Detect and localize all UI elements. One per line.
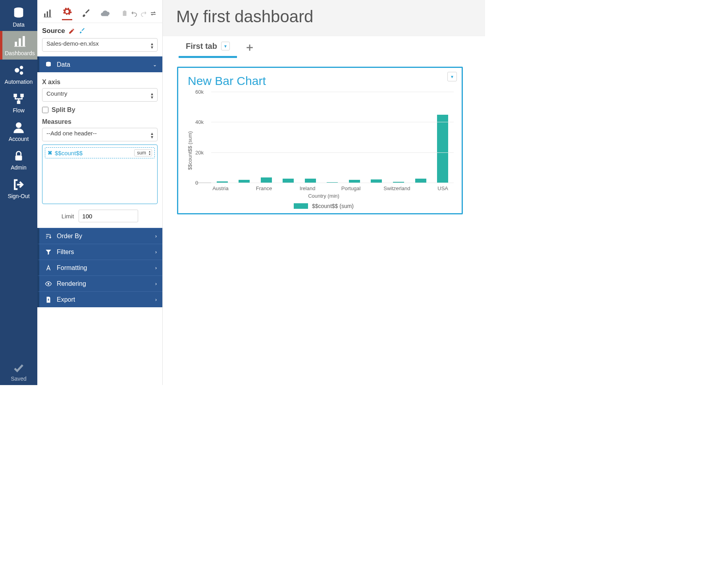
- toolbar-brush-icon[interactable]: [81, 8, 91, 19]
- nav-automation-label: Automation: [5, 79, 33, 85]
- legend-swatch: [294, 203, 308, 209]
- section-rendering[interactable]: Rendering ›: [37, 276, 162, 291]
- database-icon: [45, 61, 52, 68]
- x-tick: [410, 183, 432, 191]
- chart-widget[interactable]: ▼ New Bar Chart $$count$$ (sum) 020k40k6…: [177, 67, 463, 214]
- remove-measure-icon[interactable]: ✖: [48, 150, 52, 156]
- edit-icon[interactable]: [68, 27, 75, 35]
- svg-rect-3: [23, 36, 25, 46]
- measure-agg-select[interactable]: sum: [134, 149, 152, 156]
- svg-rect-8: [13, 94, 17, 97]
- nav-flow-label: Flow: [13, 107, 25, 114]
- y-tick: 40k: [195, 119, 204, 125]
- sort-icon: [45, 233, 52, 240]
- x-tick: Ireland: [297, 183, 318, 191]
- x-tick: [275, 183, 297, 191]
- splitby-checkbox[interactable]: [42, 107, 48, 113]
- dashboard-title[interactable]: My first dashboard: [176, 7, 485, 26]
- x-tick: Austria: [210, 183, 231, 191]
- widget-menu-button[interactable]: ▼: [447, 72, 457, 81]
- toolbar-undo-icon[interactable]: [131, 10, 138, 17]
- measure-pill[interactable]: ✖ $$count$$ sum: [45, 147, 155, 158]
- measures-placeholder: --Add one header--: [46, 130, 97, 137]
- eye-icon: [45, 280, 52, 287]
- svg-point-11: [16, 122, 21, 128]
- section-export[interactable]: Export ›: [37, 291, 162, 307]
- splitby-label: Split By: [52, 106, 75, 114]
- section-filters[interactable]: Filters ›: [37, 244, 162, 260]
- section-orderby[interactable]: Order By ›: [37, 228, 162, 244]
- bar[interactable]: [371, 179, 382, 183]
- widget-title: New Bar Chart: [188, 74, 454, 88]
- nav-flow[interactable]: Flow: [0, 88, 37, 117]
- svg-point-6: [20, 66, 23, 69]
- section-filters-label: Filters: [57, 249, 74, 256]
- bar[interactable]: [283, 179, 294, 183]
- bar[interactable]: [349, 180, 360, 183]
- chevron-right-icon: ›: [155, 233, 157, 239]
- x-tick: [362, 183, 383, 191]
- source-label-row: Source: [42, 27, 158, 35]
- bar[interactable]: [415, 179, 426, 183]
- svg-point-20: [48, 283, 50, 285]
- caret-icon: [151, 91, 153, 100]
- config-toolbar: [37, 0, 162, 23]
- svg-rect-1: [15, 42, 17, 46]
- x-tick: [318, 183, 340, 191]
- bar[interactable]: [261, 177, 272, 183]
- x-tick: USA: [432, 183, 454, 191]
- add-tab-button[interactable]: ＋: [244, 40, 255, 55]
- section-orderby-label: Order By: [57, 233, 82, 240]
- nav-dashboards[interactable]: Dashboards: [0, 31, 37, 60]
- toolbar-redo-icon[interactable]: [140, 10, 147, 17]
- section-formatting-label: Formatting: [57, 264, 87, 272]
- nav-admin-label: Admin: [11, 164, 27, 171]
- toolbar-chart-icon[interactable]: [43, 8, 53, 19]
- y-tick: 0: [195, 180, 198, 186]
- section-data-body: X axis Country Split By Measures --Add o…: [37, 72, 162, 228]
- section-formatting[interactable]: Formatting ›: [37, 260, 162, 276]
- toolbar-clipboard-icon[interactable]: [121, 10, 128, 17]
- measure-name: $$count$$: [55, 150, 83, 156]
- chart-legend: $$count$$ (sum): [194, 203, 454, 209]
- nav-saved[interactable]: Saved: [0, 358, 37, 385]
- brush-source-icon[interactable]: [79, 27, 86, 35]
- nav-account[interactable]: Account: [0, 117, 37, 145]
- measures-box: ✖ $$count$$ sum: [42, 144, 158, 204]
- bar[interactable]: [437, 115, 448, 183]
- source-label: Source: [42, 27, 65, 35]
- section-data[interactable]: Data ⌄: [37, 56, 162, 72]
- tab-dropdown-icon[interactable]: ▼: [221, 42, 230, 50]
- toolbar-cloud-icon[interactable]: [100, 8, 110, 19]
- section-export-label: Export: [57, 296, 75, 303]
- nav-admin[interactable]: Admin: [0, 145, 37, 174]
- plot-area: 020k40k60k: [195, 92, 454, 183]
- source-value: Sales-demo-en.xlsx: [46, 40, 99, 47]
- limit-input[interactable]: [79, 210, 138, 222]
- nav-automation[interactable]: Automation: [0, 60, 37, 88]
- svg-rect-17: [123, 11, 127, 16]
- chart: $$count$$ (sum) 020k40k60k AustriaFrance…: [186, 92, 454, 209]
- bar[interactable]: [305, 179, 316, 183]
- toolbar-settings-icon[interactable]: [62, 6, 72, 20]
- toolbar-swap-icon[interactable]: [150, 10, 157, 17]
- svg-rect-15: [49, 10, 50, 17]
- x-tick: Portugal: [340, 183, 362, 191]
- chevron-right-icon: ›: [155, 249, 157, 255]
- measures-select[interactable]: --Add one header--: [42, 128, 158, 141]
- export-icon: [45, 296, 52, 303]
- config-panel: Source Sales-demo-en.xlsx Data ⌄ X axis …: [37, 0, 163, 385]
- chevron-down-icon: ⌄: [153, 62, 157, 67]
- nav-signout[interactable]: Sign-Out: [0, 174, 37, 202]
- nav-data[interactable]: Data: [0, 2, 37, 31]
- svg-rect-18: [124, 10, 126, 12]
- section-rendering-label: Rendering: [57, 280, 86, 287]
- caret-icon: [151, 41, 153, 50]
- nav-dashboards-label: Dashboards: [5, 50, 35, 56]
- svg-rect-2: [19, 39, 21, 46]
- x-tick: France: [253, 183, 275, 191]
- source-select[interactable]: Sales-demo-en.xlsx: [42, 38, 158, 52]
- xaxis-select[interactable]: Country: [42, 88, 158, 102]
- chevron-right-icon: ›: [155, 265, 157, 271]
- tab-first[interactable]: First tab ▼: [179, 36, 237, 58]
